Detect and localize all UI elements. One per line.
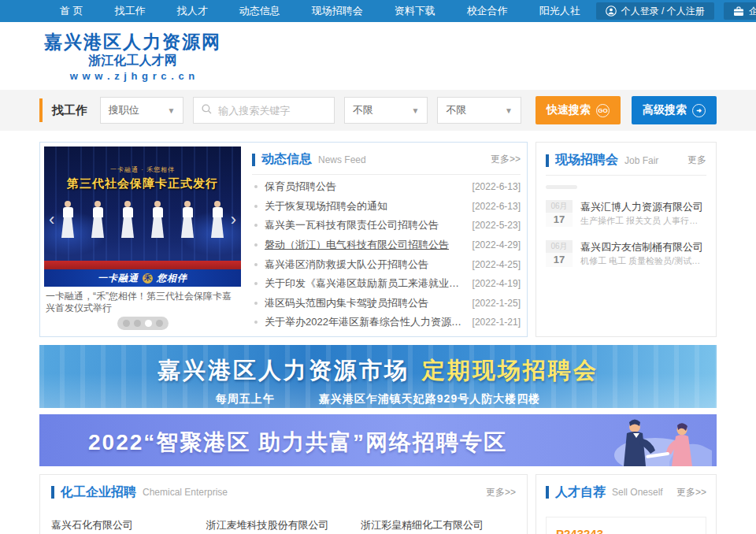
news-link[interactable]: 嘉兴美一瓦科技有限责任公司招聘公告 (265, 218, 466, 232)
online-recruitment-banner[interactable]: 2022“智聚港区 助力共富”网络招聘专区 (39, 414, 717, 466)
carousel-caption[interactable]: 一卡融通，“禾”您相伴！第三代社会保障卡嘉兴首发仪式举行 (44, 287, 241, 314)
job-fair-company-link[interactable]: 嘉兴四方友信制桶有限公司 (580, 240, 706, 254)
news-feed-subtitle: News Feed (318, 154, 366, 165)
company-name-link[interactable]: 浙江麦堆科技股份有限公司 (206, 518, 352, 532)
job-fair-jobs: 机修工 电工 质量检验员/测试员 叉车... (580, 254, 706, 268)
panel-accent-bar (546, 486, 549, 499)
enterprise-entry-button[interactable]: 企业入口 (724, 2, 756, 20)
news-item: 关于举办2022年港区新春综合性人力资源暨春风... [2022-1-21] (252, 313, 521, 332)
job-fair-banner[interactable]: 嘉兴港区人力资源市场定期现场招聘会 每周五上午嘉兴港区乍浦镇天妃路929号人防大… (39, 345, 717, 408)
news-date: [2022-5-23] (472, 220, 521, 231)
news-item: 保育员招聘公告 [2022-6-13] (252, 177, 521, 197)
bullet-dot-icon (254, 224, 258, 227)
carousel-dot-active[interactable] (145, 320, 152, 327)
banner-address: 嘉兴港区乍浦镇天妃路929号人防大楼四楼 (319, 392, 540, 405)
chemical-enterprise-panel: 化工企业招聘 Chemical Enterprise 更多>> 嘉兴石化有限公司… (39, 474, 528, 534)
carousel: 一卡融通 · 禾您相伴 第三代社会保障卡正式发行 一卡融通 禾 (44, 146, 241, 332)
news-link[interactable]: 港区码头范围内集卡驾驶员招聘公告 (265, 296, 466, 310)
job-fair-item: 06月 17 嘉兴四方友信制桶有限公司 机修工 电工 质量检验员/测试员 叉车.… (546, 240, 706, 268)
search-section-label: 找工作 (52, 103, 87, 118)
search-section: 找工作 搜职位 ▼ 不限 ▼ 不限 ▼ 快速搜索 GO 高级搜索 ➜ (0, 90, 756, 131)
bullet-dot-icon (254, 263, 258, 266)
job-fair-company-link[interactable]: 嘉兴汇博人力资源有限公司 (580, 200, 706, 214)
chemical-more-link[interactable]: 更多>> (486, 486, 516, 499)
chevron-down-icon: ▼ (167, 106, 175, 115)
company-name-link[interactable]: 浙江彩皇精细化工有限公司 (361, 518, 507, 532)
nav-item-news[interactable]: 动态信息 (224, 0, 296, 22)
chevron-down-icon: ▼ (411, 106, 419, 115)
news-date: [2022-1-21] (472, 317, 521, 328)
enterprise-entry-label: 企业入口 (749, 5, 756, 18)
news-more-link[interactable]: 更多>> (491, 153, 521, 166)
news-item: 嘉兴港区消防救援大队公开招聘公告 [2022-4-25] (252, 254, 521, 274)
online-banner-title: 2022“智聚港区 助力共富”网络招聘专区 (88, 428, 507, 458)
job-fair-date-badge: 06月 17 (546, 200, 573, 228)
stage-people-graphic (44, 201, 241, 238)
job-fair-jobs: 生产操作工 报关文员 人事行政助理... (580, 214, 706, 228)
talent-card: P243243 男 ｜ 嘉兴市>嘉兴港区 ｜ 八年以上 (546, 517, 706, 534)
site-url: w w w . z j h g r c . c n (44, 69, 221, 83)
news-link-hovered[interactable]: 磐动（浙江）电气科技有限公司招聘公告 (265, 238, 466, 252)
nav-item-school-cooperation[interactable]: 校企合作 (451, 0, 524, 22)
talent-more-link[interactable]: 更多>> (676, 486, 706, 499)
carousel-dot[interactable] (123, 320, 130, 327)
filter-select-1[interactable]: 不限 ▼ (344, 97, 428, 124)
talent-panel-subtitle: Sell Oneself (612, 487, 663, 498)
news-link[interactable]: 关于印发《嘉兴港区鼓励新员工来港就业补助操作... (265, 276, 466, 291)
keyword-search-input[interactable] (217, 104, 325, 117)
quick-search-button[interactable]: 快速搜索 GO (536, 96, 621, 124)
nav-item-find-job[interactable]: 找工作 (99, 0, 161, 22)
bullet-dot-icon (254, 205, 258, 208)
carousel-dot[interactable] (134, 320, 141, 327)
news-list: 保育员招聘公告 [2022-6-13] 关于恢复现场招聘会的通知 [2022-6… (252, 177, 521, 332)
chemical-company: 浙江彩皇精细化工有限公司 普工（制造科） 营业担当 (361, 518, 515, 534)
news-date: [2022-6-13] (472, 181, 521, 192)
news-item: 关于印发《嘉兴港区鼓励新员工来港就业补助操作... [2022-4-19] (252, 274, 521, 294)
chemical-panel-subtitle: Chemical Enterprise (143, 487, 228, 498)
main-content-box: 一卡融通 · 禾您相伴 第三代社会保障卡正式发行 一卡融通 禾 (39, 142, 528, 337)
job-fair-day: 17 (546, 253, 573, 267)
filter-2-value: 不限 (446, 103, 466, 117)
news-item: 关于恢复现场招聘会的通知 [2022-6-13] (252, 197, 521, 217)
nav-item-job-fair[interactable]: 现场招聘会 (296, 0, 379, 22)
personal-login-label: 个人登录 / 个人注册 (621, 5, 705, 18)
site-logo[interactable]: 嘉兴港区人力资源网 浙江化工人才网 w w w . z j h g r c . … (44, 32, 221, 83)
search-category-value: 搜职位 (109, 103, 139, 117)
person-icon (606, 6, 617, 17)
advanced-search-button[interactable]: 高级搜索 ➜ (632, 96, 717, 124)
talent-panel-title: 人才自荐 (555, 484, 606, 501)
carousel-photo[interactable]: 一卡融通 · 禾您相伴 第三代社会保障卡正式发行 一卡融通 禾 (44, 146, 241, 287)
carousel-prev-arrow[interactable]: ‹ (49, 211, 54, 228)
job-fair-title: 现场招聘会 (555, 152, 618, 169)
bullet-dot-icon (254, 321, 258, 324)
nav-item-downloads[interactable]: 资料下载 (379, 0, 451, 22)
banner-title-main: 嘉兴港区人力资源市场 (158, 358, 410, 383)
news-date: [2022-4-25] (472, 259, 521, 270)
go-icon: GO (596, 104, 610, 117)
nav-item-find-talent[interactable]: 找人才 (161, 0, 224, 22)
company-name-link[interactable]: 嘉兴石化有限公司 (51, 518, 198, 532)
filter-1-value: 不限 (353, 103, 373, 117)
nav-item-home[interactable]: 首 页 (44, 0, 99, 22)
news-link[interactable]: 嘉兴港区消防救援大队公开招聘公告 (265, 258, 466, 272)
news-date: [2022-4-29] (472, 239, 521, 250)
news-date: [2022-4-19] (472, 278, 521, 289)
news-link[interactable]: 关于举办2022年港区新春综合性人力资源暨春风... (265, 315, 466, 329)
news-link[interactable]: 保育员招聘公告 (265, 180, 466, 194)
search-category-select[interactable]: 搜职位 ▼ (100, 97, 184, 124)
bullet-dot-icon (254, 243, 258, 247)
keyword-search-field (193, 97, 334, 124)
job-fair-more-link[interactable]: 更多 (687, 154, 706, 167)
filter-select-2[interactable]: 不限 ▼ (437, 97, 521, 124)
talent-id-link[interactable]: P243243 (556, 527, 696, 534)
bullet-dot-icon (254, 185, 258, 188)
news-link[interactable]: 关于恢复现场招聘会的通知 (265, 199, 466, 213)
nav-item-sunshine-hr[interactable]: 阳光人社 (524, 0, 596, 22)
quick-search-label: 快速搜索 (547, 103, 591, 117)
personal-login-register-button[interactable]: 个人登录 / 个人注册 (596, 2, 714, 20)
job-fair-month: 06月 (546, 240, 573, 253)
banner-text-left: 一卡融通 (98, 272, 139, 285)
talent-self-recommend-panel: 人才自荐 Sell Oneself 更多>> P243243 男 ｜ 嘉兴市>嘉… (536, 474, 717, 534)
carousel-next-arrow[interactable]: › (231, 211, 236, 228)
carousel-dot[interactable] (156, 320, 163, 327)
